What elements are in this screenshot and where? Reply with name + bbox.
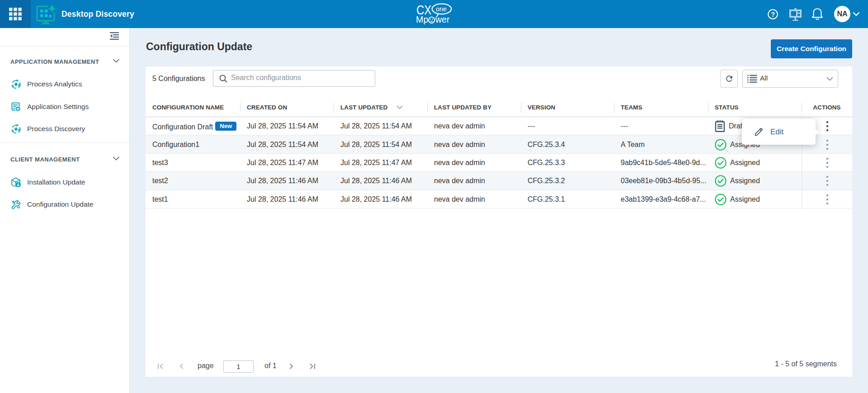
svg-text:one: one — [436, 5, 447, 13]
svg-text:p: p — [424, 14, 429, 24]
svg-text:M: M — [416, 14, 423, 24]
svg-text:?: ? — [771, 11, 775, 18]
svg-text:wer: wer — [435, 14, 450, 24]
